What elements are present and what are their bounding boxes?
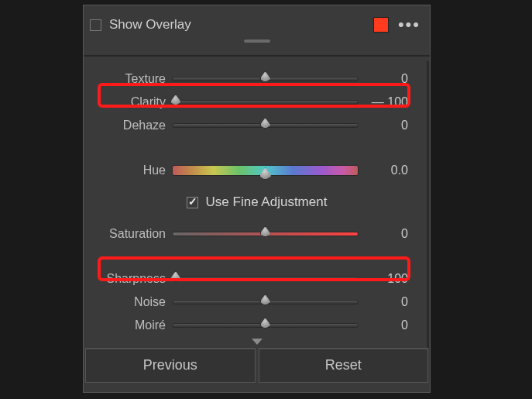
clarity-slider[interactable]: [172, 97, 359, 108]
sliders-area: Texture 0 Clarity — 100 Dehaze 0: [84, 57, 430, 345]
clarity-row: Clarity — 100: [87, 91, 427, 114]
saturation-handle[interactable]: [260, 226, 271, 237]
reset-button[interactable]: Reset: [259, 348, 429, 383]
saturation-label: Saturation: [87, 227, 172, 241]
hue-label: Hue: [87, 163, 172, 177]
sharpness-handle[interactable]: [170, 271, 181, 282]
show-overlay-label: Show Overlay: [109, 17, 191, 33]
panel: Show Overlay ••• Texture 0 Clarity — 100: [83, 5, 431, 393]
fine-adjustment-checkbox[interactable]: [187, 197, 198, 208]
sharpness-row: Sharpness — 100: [87, 267, 427, 291]
clarity-label: Clarity: [87, 95, 172, 109]
panel-header: Show Overlay •••: [84, 5, 430, 44]
dehaze-handle[interactable]: [260, 118, 271, 129]
noise-label: Noise: [87, 295, 172, 309]
clarity-handle[interactable]: [170, 95, 181, 105]
overlay-color-swatch[interactable]: [373, 17, 389, 33]
texture-row: Texture 0: [87, 67, 427, 91]
texture-label: Texture: [87, 72, 172, 86]
sharpness-value[interactable]: — 100: [359, 272, 408, 286]
sharpness-label: Sharpness: [87, 272, 172, 286]
texture-handle[interactable]: [260, 71, 271, 82]
hue-row: Hue 0.0: [87, 159, 427, 182]
show-overlay-checkbox[interactable]: [90, 19, 101, 31]
sharpness-slider[interactable]: [172, 273, 359, 284]
footer: Previous Reset: [84, 345, 430, 384]
noise-value[interactable]: 0: [359, 295, 408, 309]
moire-slider[interactable]: [172, 320, 359, 331]
chevron-down-icon: [252, 339, 263, 345]
texture-value[interactable]: 0: [359, 72, 408, 86]
dehaze-row: Dehaze 0: [87, 114, 427, 137]
panel-grip[interactable]: [84, 44, 430, 55]
saturation-row: Saturation 0: [87, 222, 427, 246]
dehaze-slider[interactable]: [172, 120, 359, 131]
moire-label: Moiré: [87, 318, 172, 332]
expand-arrow[interactable]: [87, 339, 427, 349]
dehaze-value[interactable]: 0: [359, 119, 408, 132]
previous-button[interactable]: Previous: [85, 348, 256, 383]
more-options-icon[interactable]: •••: [398, 21, 420, 29]
saturation-value[interactable]: 0: [359, 227, 408, 241]
texture-slider[interactable]: [172, 74, 359, 84]
hue-slider[interactable]: [172, 165, 359, 176]
noise-row: Noise 0: [87, 291, 427, 314]
saturation-slider[interactable]: [172, 229, 359, 239]
scrollbar[interactable]: [427, 61, 429, 348]
noise-slider[interactable]: [172, 297, 359, 308]
moire-row: Moiré 0: [87, 314, 427, 337]
fine-adjustment-label: Use Fine Adjustment: [206, 194, 328, 210]
hue-handle[interactable]: [259, 167, 272, 180]
moire-handle[interactable]: [260, 318, 271, 328]
moire-value[interactable]: 0: [359, 318, 408, 332]
dehaze-label: Dehaze: [87, 119, 172, 132]
clarity-value[interactable]: — 100: [359, 95, 408, 109]
header-left: Show Overlay: [90, 17, 191, 33]
header-right: •••: [373, 17, 420, 33]
fine-adjustment-row: Use Fine Adjustment: [87, 187, 427, 218]
noise-handle[interactable]: [260, 294, 271, 305]
hue-value[interactable]: 0.0: [359, 163, 408, 177]
